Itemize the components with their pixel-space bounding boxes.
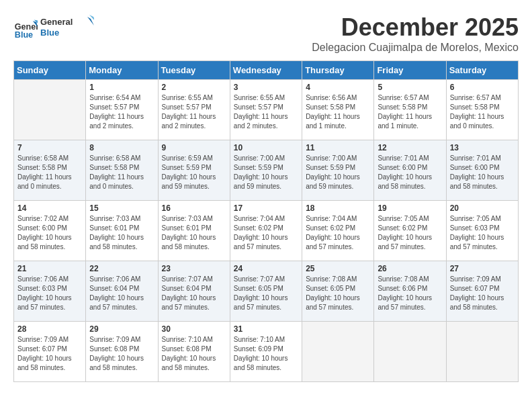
day-cell: 25Sunrise: 7:08 AMSunset: 6:05 PMDayligh… <box>302 261 374 322</box>
day-cell: 16Sunrise: 7:03 AMSunset: 6:01 PMDayligh… <box>158 201 230 261</box>
day-number: 31 <box>234 324 298 334</box>
day-number: 10 <box>234 143 298 152</box>
week-row-4: 21Sunrise: 7:06 AMSunset: 6:03 PMDayligh… <box>14 261 519 322</box>
day-cell: 1Sunrise: 6:54 AMSunset: 5:57 PMDaylight… <box>86 80 158 140</box>
day-number: 23 <box>162 264 226 273</box>
day-info: Sunrise: 7:08 AMSunset: 6:06 PMDaylight:… <box>378 275 442 312</box>
day-info: Sunrise: 7:01 AMSunset: 6:00 PMDaylight:… <box>450 154 515 191</box>
day-number: 1 <box>89 83 154 92</box>
day-cell <box>14 80 86 140</box>
day-info: Sunrise: 7:05 AMSunset: 6:02 PMDaylight:… <box>378 214 442 252</box>
day-number: 19 <box>378 203 442 213</box>
day-number: 29 <box>89 324 154 334</box>
day-cell: 14Sunrise: 7:02 AMSunset: 6:00 PMDayligh… <box>14 201 86 261</box>
day-cell <box>446 322 518 382</box>
day-number: 20 <box>450 203 515 213</box>
header-row: SundayMondayTuesdayWednesdayThursdayFrid… <box>14 61 519 80</box>
logo-icon: General Blue <box>13 16 38 40</box>
svg-text:Blue: Blue <box>40 28 59 38</box>
day-cell: 4Sunrise: 6:56 AMSunset: 5:58 PMDaylight… <box>302 80 374 140</box>
day-cell: 26Sunrise: 7:08 AMSunset: 6:06 PMDayligh… <box>374 261 446 322</box>
day-number: 25 <box>306 264 370 273</box>
day-number: 3 <box>234 83 298 92</box>
day-cell: 2Sunrise: 6:55 AMSunset: 5:57 PMDaylight… <box>158 80 230 140</box>
logo-svg: General Blue <box>40 13 94 40</box>
day-info: Sunrise: 7:03 AMSunset: 6:01 PMDaylight:… <box>162 214 226 252</box>
day-info: Sunrise: 7:08 AMSunset: 6:05 PMDaylight:… <box>306 275 370 312</box>
col-header-thursday: Thursday <box>302 61 374 80</box>
col-header-friday: Friday <box>374 61 446 80</box>
month-title: December 2025 <box>312 13 519 42</box>
day-cell: 5Sunrise: 6:57 AMSunset: 5:58 PMDaylight… <box>374 80 446 140</box>
day-info: Sunrise: 6:54 AMSunset: 5:57 PMDaylight:… <box>89 93 154 131</box>
day-cell: 29Sunrise: 7:09 AMSunset: 6:08 PMDayligh… <box>86 322 158 382</box>
svg-text:General: General <box>40 17 73 27</box>
day-cell: 31Sunrise: 7:10 AMSunset: 6:09 PMDayligh… <box>230 322 302 382</box>
day-cell: 6Sunrise: 6:57 AMSunset: 5:58 PMDaylight… <box>446 80 518 140</box>
day-number: 13 <box>450 143 515 152</box>
day-info: Sunrise: 7:09 AMSunset: 6:08 PMDaylight:… <box>89 335 154 373</box>
day-info: Sunrise: 7:03 AMSunset: 6:01 PMDaylight:… <box>89 214 154 252</box>
day-number: 8 <box>89 143 154 152</box>
day-number: 21 <box>17 264 82 273</box>
day-cell: 23Sunrise: 7:07 AMSunset: 6:04 PMDayligh… <box>158 261 230 322</box>
day-info: Sunrise: 7:00 AMSunset: 5:59 PMDaylight:… <box>306 154 370 191</box>
day-number: 15 <box>89 203 154 213</box>
day-cell <box>302 322 374 382</box>
day-number: 16 <box>162 203 226 213</box>
day-number: 14 <box>17 203 82 213</box>
logo: General Blue General Blue <box>13 13 94 43</box>
day-cell: 19Sunrise: 7:05 AMSunset: 6:02 PMDayligh… <box>374 201 446 261</box>
day-number: 18 <box>306 203 370 213</box>
day-cell: 15Sunrise: 7:03 AMSunset: 6:01 PMDayligh… <box>86 201 158 261</box>
col-header-saturday: Saturday <box>446 61 518 80</box>
day-cell: 13Sunrise: 7:01 AMSunset: 6:00 PMDayligh… <box>446 140 518 201</box>
day-cell: 17Sunrise: 7:04 AMSunset: 6:02 PMDayligh… <box>230 201 302 261</box>
day-info: Sunrise: 7:01 AMSunset: 6:00 PMDaylight:… <box>378 154 442 191</box>
day-number: 17 <box>234 203 298 213</box>
title-block: December 2025 Delegacion Cuajimalpa de M… <box>312 13 519 54</box>
week-row-5: 28Sunrise: 7:09 AMSunset: 6:07 PMDayligh… <box>14 322 519 382</box>
day-number: 6 <box>450 83 515 92</box>
day-info: Sunrise: 7:09 AMSunset: 6:07 PMDaylight:… <box>450 275 515 312</box>
day-cell: 20Sunrise: 7:05 AMSunset: 6:03 PMDayligh… <box>446 201 518 261</box>
day-number: 24 <box>234 264 298 273</box>
day-info: Sunrise: 6:56 AMSunset: 5:58 PMDaylight:… <box>306 93 370 131</box>
day-cell: 18Sunrise: 7:04 AMSunset: 6:02 PMDayligh… <box>302 201 374 261</box>
day-info: Sunrise: 6:55 AMSunset: 5:57 PMDaylight:… <box>234 93 298 131</box>
day-number: 2 <box>162 83 226 92</box>
day-info: Sunrise: 7:10 AMSunset: 6:08 PMDaylight:… <box>162 335 226 373</box>
day-number: 11 <box>306 143 370 152</box>
day-number: 9 <box>162 143 226 152</box>
day-cell: 30Sunrise: 7:10 AMSunset: 6:08 PMDayligh… <box>158 322 230 382</box>
svg-text:Blue: Blue <box>15 30 33 40</box>
day-info: Sunrise: 7:00 AMSunset: 5:59 PMDaylight:… <box>234 154 298 191</box>
day-info: Sunrise: 7:09 AMSunset: 6:07 PMDaylight:… <box>17 335 82 373</box>
day-number: 5 <box>378 83 442 92</box>
day-info: Sunrise: 7:07 AMSunset: 6:04 PMDaylight:… <box>162 275 226 312</box>
col-header-tuesday: Tuesday <box>158 61 230 80</box>
day-cell: 9Sunrise: 6:59 AMSunset: 5:59 PMDaylight… <box>158 140 230 201</box>
day-cell: 3Sunrise: 6:55 AMSunset: 5:57 PMDaylight… <box>230 80 302 140</box>
day-number: 12 <box>378 143 442 152</box>
day-info: Sunrise: 6:58 AMSunset: 5:58 PMDaylight:… <box>89 154 154 191</box>
day-number: 27 <box>450 264 515 273</box>
day-number: 22 <box>89 264 154 273</box>
day-cell: 24Sunrise: 7:07 AMSunset: 6:05 PMDayligh… <box>230 261 302 322</box>
day-info: Sunrise: 7:07 AMSunset: 6:05 PMDaylight:… <box>234 275 298 312</box>
day-cell <box>374 322 446 382</box>
day-cell: 10Sunrise: 7:00 AMSunset: 5:59 PMDayligh… <box>230 140 302 201</box>
page-header: General Blue General Blue December 2025 … <box>13 13 519 54</box>
day-cell: 8Sunrise: 6:58 AMSunset: 5:58 PMDaylight… <box>86 140 158 201</box>
location-subtitle: Delegacion Cuajimalpa de Morelos, Mexico <box>312 42 519 54</box>
day-cell: 7Sunrise: 6:58 AMSunset: 5:58 PMDaylight… <box>14 140 86 201</box>
day-number: 30 <box>162 324 226 334</box>
day-info: Sunrise: 7:05 AMSunset: 6:03 PMDaylight:… <box>450 214 515 252</box>
day-info: Sunrise: 6:58 AMSunset: 5:58 PMDaylight:… <box>17 154 82 191</box>
day-number: 28 <box>17 324 82 334</box>
day-cell: 22Sunrise: 7:06 AMSunset: 6:04 PMDayligh… <box>86 261 158 322</box>
col-header-sunday: Sunday <box>14 61 86 80</box>
day-info: Sunrise: 6:57 AMSunset: 5:58 PMDaylight:… <box>450 93 515 131</box>
day-number: 7 <box>17 143 82 152</box>
day-cell: 28Sunrise: 7:09 AMSunset: 6:07 PMDayligh… <box>14 322 86 382</box>
